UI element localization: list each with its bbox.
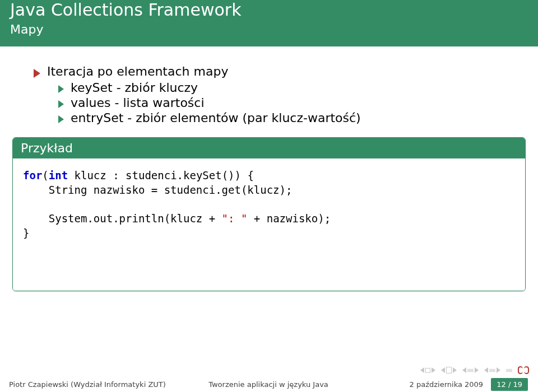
footer-right: 2 października 2009 12 / 19 — [355, 378, 538, 391]
triangle-right-icon — [453, 367, 457, 373]
code-body: for(int klucz : studenci.keySet()) { Str… — [13, 158, 525, 291]
triangle-right-icon — [497, 367, 500, 373]
bullet-text: entrySet - zbiór elementów (par klucz-wa… — [71, 111, 361, 125]
nav-next-sub[interactable] — [484, 367, 500, 373]
triangle-right-icon — [432, 367, 435, 373]
code-text: } — [23, 227, 29, 239]
undo-arc-icon — [518, 366, 523, 374]
redo-arc-icon — [524, 366, 529, 374]
triangle-left-icon — [462, 367, 466, 373]
subbullet-item: keySet - zbiór kluczy — [58, 81, 518, 95]
footer-date: 2 października 2009 — [410, 380, 484, 389]
nav-prev-slide[interactable] — [441, 367, 457, 374]
triangle-left-icon — [484, 367, 488, 373]
footer-title: Tworzenie aplikacji w języku Java — [182, 380, 355, 389]
bullet-icon — [58, 85, 64, 93]
bullet-text: Iteracja po elementach mapy — [47, 64, 228, 78]
page-icon — [446, 367, 452, 374]
nav-controls — [420, 366, 529, 374]
footer-page: 12 / 19 — [491, 378, 528, 391]
slide-header: Java Collections Framework Mapy — [0, 0, 538, 46]
code-text: + nazwisko); — [247, 212, 331, 225]
slide-body: Iteracja po elementach mapy keySet - zbi… — [0, 46, 538, 125]
code-keyword: for — [23, 169, 42, 181]
lines-icon — [489, 369, 495, 372]
nav-refresh[interactable] — [518, 366, 529, 374]
triangle-left-icon — [420, 367, 424, 373]
subbullet-item: values - lista wartości — [58, 96, 518, 110]
code-text: ( — [42, 169, 48, 181]
triangle-right-icon — [475, 367, 479, 373]
slide-subtitle: Mapy — [10, 22, 528, 36]
example-block-title: Przykład — [13, 138, 525, 158]
bullet-icon — [34, 69, 40, 78]
bullet-text: values - lista wartości — [71, 96, 205, 110]
nav-prev-section[interactable] — [420, 367, 435, 373]
code-keyword: int — [49, 169, 68, 181]
bullet-icon — [58, 100, 64, 108]
bullet-item: Iteracja po elementach mapy — [34, 64, 518, 78]
lines-icon — [467, 369, 474, 372]
slide-title: Java Collections Framework — [10, 0, 528, 20]
toc-icon[interactable] — [506, 369, 512, 372]
code-text: klucz : studenci.keySet()) { — [68, 169, 254, 181]
slide-footer: Piotr Czapiewski (Wydział Informatyki ZU… — [0, 376, 538, 392]
footer-author: Piotr Czapiewski (Wydział Informatyki ZU… — [0, 380, 182, 389]
code-string: ": " — [222, 212, 248, 225]
code-text: String nazwisko = studenci.get(klucz); — [23, 184, 292, 196]
nav-prev-sub[interactable] — [462, 367, 479, 373]
triangle-left-icon — [441, 367, 445, 373]
bullet-icon — [58, 115, 64, 123]
subbullet-item: entrySet - zbiór elementów (par klucz-wa… — [58, 111, 518, 125]
bullet-text: keySet - zbiór kluczy — [71, 81, 198, 95]
square-icon — [425, 368, 430, 373]
example-block: Przykład for(int klucz : studenci.keySet… — [12, 137, 526, 291]
code-text: System.out.println(klucz + — [23, 212, 222, 225]
